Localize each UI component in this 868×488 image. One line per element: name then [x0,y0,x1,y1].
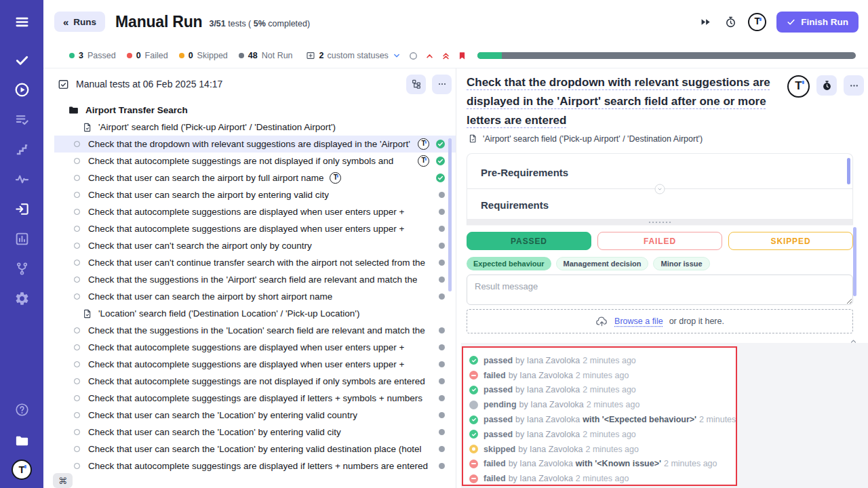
history-status: passed [484,430,513,439]
tree-test-row[interactable]: Check that user can search the airport b… [54,186,456,203]
resize-handle[interactable] [467,219,852,225]
more-options-button[interactable] [432,75,452,94]
sidebar-brand-logo[interactable]: T [12,460,32,480]
test-suite-breadcrumb[interactable]: 'Airport' search field ('Pick-up Airport… [468,134,703,144]
history-actor: by Iana Zavoloka [509,459,573,468]
sidebar-item-folder[interactable] [7,426,37,455]
passed-button[interactable]: PASSED [467,232,591,250]
skipped-button[interactable]: SKIPPED [728,232,853,250]
tree-test-row[interactable]: Check that autocomplete suggestions are … [54,203,456,220]
tree-suite-row[interactable]: 'Airport' search field ('Pick-up Airport… [54,119,456,136]
not-run-status-icon [439,209,445,215]
sidebar-item-help[interactable] [7,394,37,424]
tree-test-row[interactable]: Check that autocomplete suggestions are … [54,339,456,356]
run-progress-meta: 3/51 tests ( 5% completed) [209,15,310,28]
timer-button[interactable] [816,75,837,96]
failed-status-icon [469,474,478,483]
collapse-toggle-icon[interactable] [655,184,665,194]
result-tags-row: Expected behaviourManagement decisionMin… [467,257,710,270]
requirements-card: Pre-Requirements Requirements [467,153,853,225]
tree-test-row[interactable]: Check that user can search the 'Location… [54,441,456,458]
tree-test-row[interactable]: Check that user can't continue transfer … [54,254,456,271]
tree-test-row[interactable]: Check that the suggestions in the 'Locat… [54,322,456,339]
tree-test-row[interactable]: Check that user can't search the airport… [54,237,456,254]
tree-item-label: Check that the suggestions in the 'Airpo… [88,274,417,285]
runs-back-button[interactable]: « Runs [54,12,105,32]
tree-item-label: Check that autocomplete suggestings are … [88,156,393,166]
tree-test-row[interactable]: Check that autocomplete suggestions are … [54,356,456,373]
tree-test-row[interactable]: Check that autocomplete suggestions are … [54,220,456,237]
card-scrollbar[interactable] [847,158,850,184]
t-logo-icon[interactable]: T [748,13,766,31]
tree-test-row[interactable]: Check that user can search the airport b… [54,169,456,186]
tree-folder-row[interactable]: Airport Transfer Search [54,102,456,119]
tree-test-row[interactable]: Check that the suggestions in the 'Airpo… [54,271,456,288]
tree-item-label: Check that autocomplete suggestions are … [88,359,404,369]
sidebar-item-check[interactable] [7,45,37,75]
result-tag[interactable]: Minor issue [653,257,709,270]
file-dropzone[interactable]: Browse a file or drop it here. [467,309,853,333]
sidebar-item-menu[interactable] [7,7,37,37]
tree-test-row[interactable]: Check that autocomplete suggestings are … [54,373,456,390]
tree-test-row[interactable]: Check that user can search the airport b… [54,288,456,305]
history-time: 2 minutes ago [699,415,737,424]
not-run-status-icon [439,361,445,367]
keyboard-shortcut-button[interactable]: ⌘ [53,473,73,488]
sidebar-item-pulse[interactable] [7,164,37,194]
t-logo-icon[interactable]: T [787,75,810,98]
test-list-scrollbar[interactable] [448,138,452,291]
tree-item-label: Check that autocomplete suggestings are … [88,461,428,471]
result-tag[interactable]: Expected behaviour [467,257,551,270]
browse-file-link[interactable]: Browse a file [614,317,663,326]
tree-test-row[interactable]: Check that user can search the 'Location… [54,407,456,424]
custom-statuses-dropdown[interactable]: 2 custom statuses [305,50,401,61]
fast-forward-icon[interactable] [698,14,713,29]
bookmark-icon[interactable] [456,49,469,62]
test-state-circle-icon [74,209,80,215]
bar-chart-icon [14,231,30,247]
test-detail-header: Check that the dropdown with relevant su… [467,73,864,130]
result-message-input[interactable] [467,274,853,305]
section-divider [467,188,852,189]
tree-test-row[interactable]: Check that autocomplete suggestings are … [54,390,456,407]
chevron-up-icon[interactable] [423,49,437,62]
tree-test-row[interactable]: Check that user can search the 'Location… [54,424,456,441]
sidebar-item-steps[interactable] [7,134,37,164]
history-status: skipped [484,445,515,454]
gear-icon [14,291,30,306]
tree-item-label: Check that autocomplete suggestings are … [88,376,425,386]
detail-scrollbar[interactable] [853,227,856,296]
custom-label: custom statuses [328,51,389,60]
sidebar-item-gear[interactable] [7,283,37,313]
failed-button[interactable]: FAILED [597,232,722,250]
test-state-circle-icon [74,277,80,283]
sidebar-item-list-check[interactable] [7,104,37,134]
sidebar-item-bar-chart[interactable] [7,224,37,253]
tree-suite-row[interactable]: 'Location' search field ('Destination Lo… [54,305,456,322]
more-options-button[interactable] [844,75,864,96]
test-title[interactable]: Check that the dropdown with relevant su… [467,73,787,130]
history-time: 2 minutes ago [576,371,629,380]
legend-passed: 3Passed [69,51,116,60]
tree-item-label: Check that user can search the 'Location… [88,444,421,454]
tree-test-row[interactable]: Check that the dropdown with relevant su… [54,136,456,152]
history-entry: failedby Iana Zavolokawith '<Known issue… [469,457,736,472]
sidebar-item-import[interactable] [7,194,37,224]
sidebar-item-play-circle[interactable] [7,75,37,104]
circle-status-icon[interactable] [407,49,420,62]
requirements-heading: Requirements [481,199,852,211]
double-chevron-up-icon[interactable] [439,49,453,62]
runs-label: Runs [73,17,96,27]
tree-test-row[interactable]: Check that autocomplete suggestings are … [54,458,456,474]
tree-view-button[interactable] [406,75,426,94]
sidebar-item-branch[interactable] [7,253,37,283]
tree-test-row[interactable]: Check that autocomplete suggestings are … [54,152,456,169]
tree-item-label: Check that user can search the airport b… [88,190,329,200]
test-state-circle-icon [74,344,80,350]
status-dot-icon [239,53,244,58]
history-status: failed [484,459,506,468]
test-list-actions [406,75,452,94]
timer-icon[interactable] [723,14,738,29]
result-tag[interactable]: Management decision [556,257,649,270]
finish-run-button[interactable]: Finish Run [776,12,859,33]
